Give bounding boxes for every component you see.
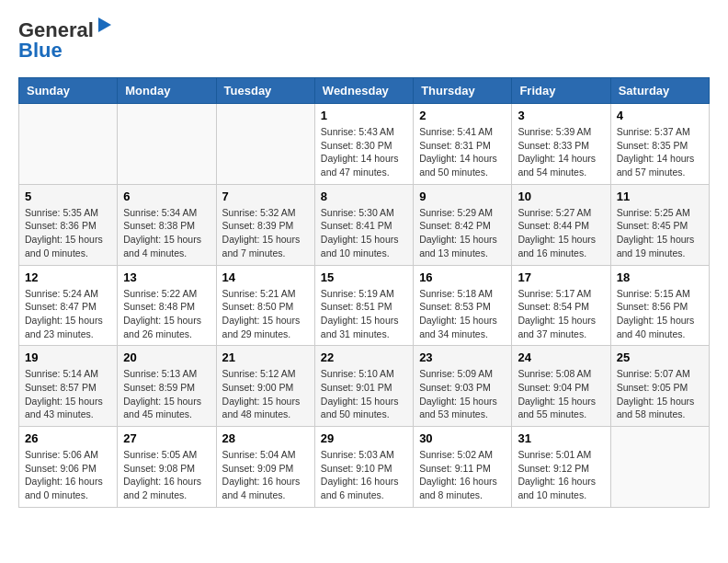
day-number: 25 [617, 350, 703, 364]
week-row-2: 5Sunrise: 5:35 AM Sunset: 8:36 PM Daylig… [19, 184, 710, 265]
day-number: 7 [222, 190, 309, 203]
day-cell: 24Sunrise: 5:08 AM Sunset: 9:04 PM Dayli… [512, 346, 610, 427]
day-number: 11 [617, 190, 703, 203]
day-info: Sunrise: 5:37 AM Sunset: 8:35 PM Dayligh… [617, 125, 703, 179]
day-cell: 19Sunrise: 5:14 AM Sunset: 8:57 PM Dayli… [19, 346, 118, 427]
day-cell: 22Sunrise: 5:10 AM Sunset: 9:01 PM Dayli… [314, 346, 413, 427]
day-cell [610, 427, 709, 508]
day-info: Sunrise: 5:15 AM Sunset: 8:56 PM Dayligh… [617, 287, 703, 341]
week-row-1: 1Sunrise: 5:43 AM Sunset: 8:30 PM Daylig… [19, 104, 710, 185]
day-number: 15 [321, 270, 407, 284]
day-info: Sunrise: 5:02 AM Sunset: 9:11 PM Dayligh… [419, 448, 506, 502]
col-header-monday: Monday [118, 78, 216, 104]
day-info: Sunrise: 5:30 AM Sunset: 8:41 PM Dayligh… [321, 206, 407, 260]
day-cell: 7Sunrise: 5:32 AM Sunset: 8:39 PM Daylig… [216, 184, 314, 265]
day-cell [19, 104, 118, 185]
day-cell: 25Sunrise: 5:07 AM Sunset: 9:05 PM Dayli… [610, 346, 709, 427]
day-info: Sunrise: 5:17 AM Sunset: 8:54 PM Dayligh… [518, 287, 604, 341]
day-cell: 10Sunrise: 5:27 AM Sunset: 8:44 PM Dayli… [512, 184, 610, 265]
day-info: Sunrise: 5:10 AM Sunset: 9:01 PM Dayligh… [321, 367, 407, 421]
day-cell: 30Sunrise: 5:02 AM Sunset: 9:11 PM Dayli… [414, 427, 512, 508]
day-info: Sunrise: 5:14 AM Sunset: 8:57 PM Dayligh… [25, 367, 111, 421]
day-info: Sunrise: 5:19 AM Sunset: 8:51 PM Dayligh… [321, 287, 407, 341]
col-header-saturday: Saturday [610, 78, 709, 104]
day-number: 27 [123, 431, 210, 445]
day-cell: 17Sunrise: 5:17 AM Sunset: 8:54 PM Dayli… [512, 265, 610, 346]
day-cell: 3Sunrise: 5:39 AM Sunset: 8:33 PM Daylig… [512, 104, 610, 185]
day-info: Sunrise: 5:07 AM Sunset: 9:05 PM Dayligh… [617, 367, 703, 421]
day-info: Sunrise: 5:43 AM Sunset: 8:30 PM Dayligh… [321, 125, 407, 179]
day-number: 4 [617, 109, 703, 122]
day-number: 9 [419, 190, 506, 203]
calendar-header: SundayMondayTuesdayWednesdayThursdayFrid… [19, 78, 710, 104]
day-number: 12 [25, 270, 111, 284]
calendar-body: 1Sunrise: 5:43 AM Sunset: 8:30 PM Daylig… [19, 104, 710, 508]
day-info: Sunrise: 5:05 AM Sunset: 9:08 PM Dayligh… [123, 448, 210, 502]
day-cell: 6Sunrise: 5:34 AM Sunset: 8:38 PM Daylig… [118, 184, 216, 265]
day-cell: 12Sunrise: 5:24 AM Sunset: 8:47 PM Dayli… [19, 265, 118, 346]
day-info: Sunrise: 5:09 AM Sunset: 9:03 PM Dayligh… [419, 367, 506, 421]
day-number: 21 [222, 350, 309, 364]
day-cell: 14Sunrise: 5:21 AM Sunset: 8:50 PM Dayli… [216, 265, 314, 346]
week-row-4: 19Sunrise: 5:14 AM Sunset: 8:57 PM Dayli… [19, 346, 710, 427]
page-header: General Blue [18, 18, 710, 63]
day-number: 5 [25, 190, 111, 203]
day-cell: 11Sunrise: 5:25 AM Sunset: 8:45 PM Dayli… [610, 184, 709, 265]
day-info: Sunrise: 5:32 AM Sunset: 8:39 PM Dayligh… [222, 206, 309, 260]
day-number: 16 [419, 270, 506, 284]
day-cell: 21Sunrise: 5:12 AM Sunset: 9:00 PM Dayli… [216, 346, 314, 427]
day-info: Sunrise: 5:22 AM Sunset: 8:48 PM Dayligh… [123, 287, 210, 341]
day-number: 3 [518, 109, 604, 122]
day-info: Sunrise: 5:03 AM Sunset: 9:10 PM Dayligh… [321, 448, 407, 502]
day-number: 1 [321, 109, 407, 122]
day-info: Sunrise: 5:04 AM Sunset: 9:09 PM Dayligh… [222, 448, 309, 502]
day-cell: 1Sunrise: 5:43 AM Sunset: 8:30 PM Daylig… [314, 104, 413, 185]
week-row-3: 12Sunrise: 5:24 AM Sunset: 8:47 PM Dayli… [19, 265, 710, 346]
day-info: Sunrise: 5:29 AM Sunset: 8:42 PM Dayligh… [419, 206, 506, 260]
day-number: 19 [25, 350, 111, 364]
day-number: 6 [123, 190, 210, 203]
day-cell: 18Sunrise: 5:15 AM Sunset: 8:56 PM Dayli… [610, 265, 709, 346]
day-cell: 9Sunrise: 5:29 AM Sunset: 8:42 PM Daylig… [414, 184, 512, 265]
day-cell: 13Sunrise: 5:22 AM Sunset: 8:48 PM Dayli… [118, 265, 216, 346]
logo-blue: Blue [18, 39, 63, 63]
day-info: Sunrise: 5:08 AM Sunset: 9:04 PM Dayligh… [518, 367, 604, 421]
day-info: Sunrise: 5:41 AM Sunset: 8:31 PM Dayligh… [419, 125, 506, 179]
day-number: 2 [419, 109, 506, 122]
day-cell: 27Sunrise: 5:05 AM Sunset: 9:08 PM Dayli… [118, 427, 216, 508]
day-number: 22 [321, 350, 407, 364]
day-number: 13 [123, 270, 210, 284]
logo-arrow-icon [98, 17, 111, 32]
day-cell: 5Sunrise: 5:35 AM Sunset: 8:36 PM Daylig… [19, 184, 118, 265]
day-info: Sunrise: 5:13 AM Sunset: 8:59 PM Dayligh… [123, 367, 210, 421]
day-cell: 28Sunrise: 5:04 AM Sunset: 9:09 PM Dayli… [216, 427, 314, 508]
day-number: 29 [321, 431, 407, 445]
day-info: Sunrise: 5:06 AM Sunset: 9:06 PM Dayligh… [25, 448, 111, 502]
day-cell: 20Sunrise: 5:13 AM Sunset: 8:59 PM Dayli… [118, 346, 216, 427]
day-number: 10 [518, 190, 604, 203]
col-header-friday: Friday [512, 78, 610, 104]
day-cell: 4Sunrise: 5:37 AM Sunset: 8:35 PM Daylig… [610, 104, 709, 185]
day-info: Sunrise: 5:24 AM Sunset: 8:47 PM Dayligh… [25, 287, 111, 341]
day-cell: 8Sunrise: 5:30 AM Sunset: 8:41 PM Daylig… [314, 184, 413, 265]
day-info: Sunrise: 5:25 AM Sunset: 8:45 PM Dayligh… [617, 206, 703, 260]
day-info: Sunrise: 5:21 AM Sunset: 8:50 PM Dayligh… [222, 287, 309, 341]
day-cell: 29Sunrise: 5:03 AM Sunset: 9:10 PM Dayli… [314, 427, 413, 508]
day-number: 30 [419, 431, 506, 445]
week-row-5: 26Sunrise: 5:06 AM Sunset: 9:06 PM Dayli… [19, 427, 710, 508]
day-cell: 2Sunrise: 5:41 AM Sunset: 8:31 PM Daylig… [414, 104, 512, 185]
day-info: Sunrise: 5:12 AM Sunset: 9:00 PM Dayligh… [222, 367, 309, 421]
day-info: Sunrise: 5:27 AM Sunset: 8:44 PM Dayligh… [518, 206, 604, 260]
day-number: 26 [25, 431, 111, 445]
day-number: 8 [321, 190, 407, 203]
day-info: Sunrise: 5:34 AM Sunset: 8:38 PM Dayligh… [123, 206, 210, 260]
day-cell: 15Sunrise: 5:19 AM Sunset: 8:51 PM Dayli… [314, 265, 413, 346]
day-info: Sunrise: 5:18 AM Sunset: 8:53 PM Dayligh… [419, 287, 506, 341]
col-header-sunday: Sunday [19, 78, 118, 104]
day-number: 18 [617, 270, 703, 284]
day-number: 24 [518, 350, 604, 364]
day-info: Sunrise: 5:39 AM Sunset: 8:33 PM Dayligh… [518, 125, 604, 179]
day-info: Sunrise: 5:01 AM Sunset: 9:12 PM Dayligh… [518, 448, 604, 502]
col-header-tuesday: Tuesday [216, 78, 314, 104]
col-header-wednesday: Wednesday [314, 78, 413, 104]
